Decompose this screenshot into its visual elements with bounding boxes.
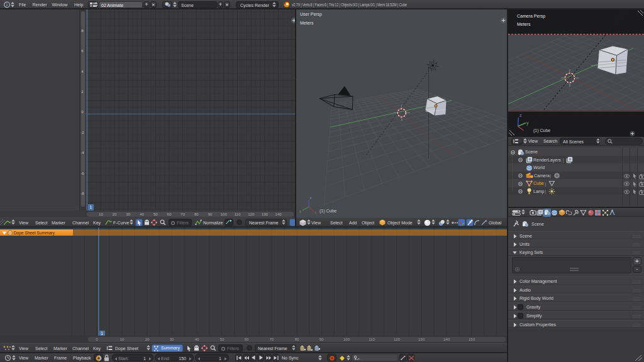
svg-text:x: x [314, 211, 316, 214]
svg-text:y: y [299, 209, 301, 213]
svg-text:z: z [310, 196, 312, 200]
